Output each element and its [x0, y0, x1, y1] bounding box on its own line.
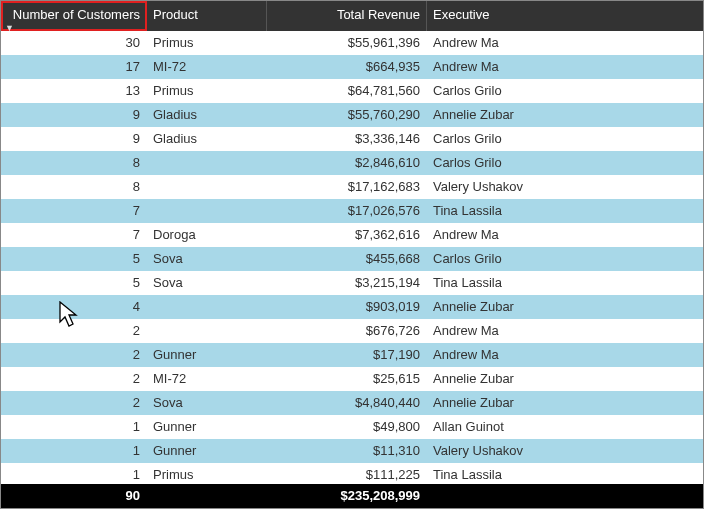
cell-executive: Annelie Zubar — [427, 103, 703, 127]
cell-executive: Andrew Ma — [427, 31, 703, 55]
column-header-revenue[interactable]: Total Revenue — [267, 1, 427, 31]
cell-customers: 5 — [1, 271, 147, 295]
column-header-executive[interactable]: Executive — [427, 1, 703, 31]
table-row[interactable]: 9Gladius$55,760,290Annelie Zubar — [1, 103, 703, 127]
cell-customers: 8 — [1, 175, 147, 199]
cell-revenue: $49,800 — [267, 415, 427, 439]
cell-customers: 1 — [1, 463, 147, 484]
table-row[interactable]: 8$17,162,683Valery Ushakov — [1, 175, 703, 199]
cell-product: Doroga — [147, 223, 267, 247]
cell-revenue: $676,726 — [267, 319, 427, 343]
cell-revenue: $11,310 — [267, 439, 427, 463]
table-row[interactable]: 5Sova$3,215,194Tina Lassila — [1, 271, 703, 295]
cell-executive: Valery Ushakov — [427, 439, 703, 463]
cell-customers: 30 — [1, 31, 147, 55]
table-row[interactable]: 7Doroga$7,362,616Andrew Ma — [1, 223, 703, 247]
table-row[interactable]: 5Sova$455,668Carlos Grilo — [1, 247, 703, 271]
column-header-label: Executive — [433, 7, 489, 22]
table-footer-row: 90 $235,208,999 — [1, 484, 703, 508]
table-row[interactable]: 1Primus$111,225Tina Lassila — [1, 463, 703, 484]
cell-revenue: $55,961,396 — [267, 31, 427, 55]
cell-product: Gunner — [147, 415, 267, 439]
cell-product: Sova — [147, 391, 267, 415]
cell-customers: 4 — [1, 295, 147, 319]
cell-executive: Valery Ushakov — [427, 175, 703, 199]
cell-customers: 8 — [1, 151, 147, 175]
cell-customers: 7 — [1, 199, 147, 223]
cell-executive: Carlos Grilo — [427, 247, 703, 271]
cell-executive: Carlos Grilo — [427, 79, 703, 103]
cell-customers: 7 — [1, 223, 147, 247]
cell-revenue: $25,615 — [267, 367, 427, 391]
cell-customers: 2 — [1, 319, 147, 343]
cell-revenue: $7,362,616 — [267, 223, 427, 247]
cell-customers: 1 — [1, 415, 147, 439]
cell-product: Primus — [147, 79, 267, 103]
cell-customers: 1 — [1, 439, 147, 463]
cell-executive: Carlos Grilo — [427, 127, 703, 151]
cell-revenue: $17,190 — [267, 343, 427, 367]
table-row[interactable]: 2Gunner$17,190Andrew Ma — [1, 343, 703, 367]
table-row[interactable]: 1Gunner$49,800Allan Guinot — [1, 415, 703, 439]
cell-product: Gunner — [147, 439, 267, 463]
sort-desc-icon: ▼ — [5, 23, 14, 31]
table-row[interactable]: 1Gunner$11,310Valery Ushakov — [1, 439, 703, 463]
table-row[interactable]: 2Sova$4,840,440Annelie Zubar — [1, 391, 703, 415]
cell-executive: Andrew Ma — [427, 319, 703, 343]
cell-product: MI-72 — [147, 367, 267, 391]
table-row[interactable]: 2MI-72$25,615Annelie Zubar — [1, 367, 703, 391]
cell-executive: Tina Lassila — [427, 271, 703, 295]
cell-product — [147, 151, 267, 175]
column-header-product[interactable]: Product — [147, 1, 267, 31]
cell-revenue: $17,026,576 — [267, 199, 427, 223]
cell-revenue: $3,215,194 — [267, 271, 427, 295]
cell-product: Gladius — [147, 103, 267, 127]
footer-total-revenue: $235,208,999 — [267, 484, 427, 508]
table-row[interactable]: 8$2,846,610Carlos Grilo — [1, 151, 703, 175]
column-header-label: Total Revenue — [337, 7, 420, 22]
cell-product: Primus — [147, 463, 267, 484]
footer-blank — [427, 484, 703, 508]
footer-blank — [147, 484, 267, 508]
cell-product: Primus — [147, 31, 267, 55]
cell-customers: 9 — [1, 127, 147, 151]
column-header-label: Number of Customers — [13, 7, 140, 22]
cell-revenue: $111,225 — [267, 463, 427, 484]
table-row[interactable]: 9Gladius$3,336,146Carlos Grilo — [1, 127, 703, 151]
column-header-customers[interactable]: Number of Customers ▼ — [1, 1, 147, 31]
cell-executive: Carlos Grilo — [427, 151, 703, 175]
table-row[interactable]: 4$903,019Annelie Zubar — [1, 295, 703, 319]
cell-revenue: $2,846,610 — [267, 151, 427, 175]
cell-customers: 5 — [1, 247, 147, 271]
column-header-label: Product — [153, 7, 198, 22]
cell-product — [147, 295, 267, 319]
cell-product: Sova — [147, 271, 267, 295]
cell-customers: 9 — [1, 103, 147, 127]
cell-revenue: $55,760,290 — [267, 103, 427, 127]
table-row[interactable]: 13Primus$64,781,560Carlos Grilo — [1, 79, 703, 103]
cell-product: Sova — [147, 247, 267, 271]
cell-customers: 13 — [1, 79, 147, 103]
cell-executive: Annelie Zubar — [427, 295, 703, 319]
cell-revenue: $64,781,560 — [267, 79, 427, 103]
cell-executive: Tina Lassila — [427, 199, 703, 223]
data-table: Number of Customers ▼ Product Total Reve… — [1, 1, 703, 508]
cell-executive: Annelie Zubar — [427, 391, 703, 415]
cell-customers: 2 — [1, 343, 147, 367]
cell-product: Gunner — [147, 343, 267, 367]
cell-executive: Annelie Zubar — [427, 367, 703, 391]
table-row[interactable]: 7$17,026,576Tina Lassila — [1, 199, 703, 223]
cell-revenue: $3,336,146 — [267, 127, 427, 151]
table-header-row: Number of Customers ▼ Product Total Reve… — [1, 1, 703, 31]
table-row[interactable]: 17MI-72$664,935Andrew Ma — [1, 55, 703, 79]
cell-executive: Allan Guinot — [427, 415, 703, 439]
cell-product — [147, 319, 267, 343]
cell-executive: Andrew Ma — [427, 55, 703, 79]
cell-revenue: $664,935 — [267, 55, 427, 79]
cell-product: MI-72 — [147, 55, 267, 79]
table-body: 30Primus$55,961,396Andrew Ma17MI-72$664,… — [1, 31, 703, 484]
table-row[interactable]: 2$676,726Andrew Ma — [1, 319, 703, 343]
cell-product: Gladius — [147, 127, 267, 151]
table-row[interactable]: 30Primus$55,961,396Andrew Ma — [1, 31, 703, 55]
cell-revenue: $903,019 — [267, 295, 427, 319]
